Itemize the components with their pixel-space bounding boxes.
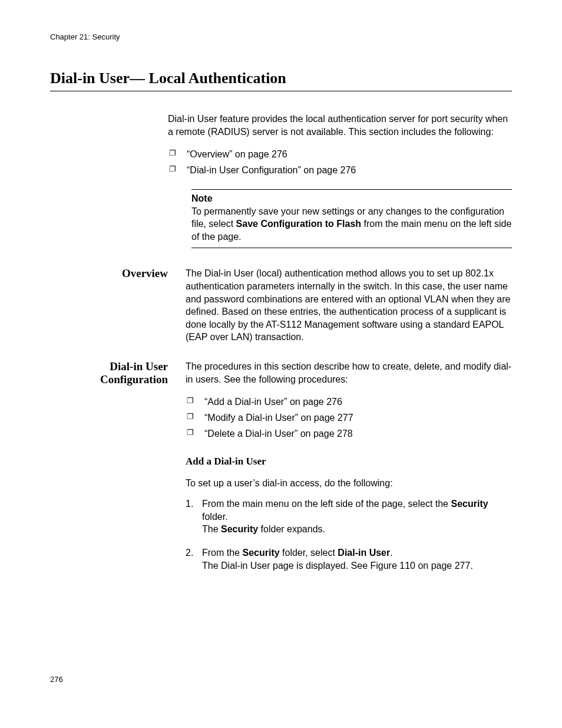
list-item: “Modify a Dial-in User” on page 277 [186, 410, 512, 426]
step-text: From the [202, 548, 242, 558]
step-text: folder expands. [258, 524, 325, 534]
step-text: folder, select [280, 548, 338, 558]
note-box: Note To permanently save your new settin… [191, 189, 512, 249]
list-item: “Delete a Dial-in User” on page 278 [186, 426, 512, 442]
step-bold: Security [221, 524, 258, 534]
step-bold: Dial-in User [338, 548, 390, 558]
section-heading-config: Dial-in User Configuration [50, 360, 186, 582]
section-heading-overview: Overview [50, 267, 186, 352]
step-text: From the main menu on the left side of t… [202, 499, 451, 509]
intro-paragraph: Dial-in User feature provides the local … [168, 113, 512, 138]
intro-bullet-list: “Overview” on page 276 “Dial-in User Con… [168, 146, 512, 178]
config-bullet-list: “Add a Dial-in User” on page 276 “Modify… [186, 394, 512, 442]
step-item: From the Security folder, select Dial-in… [186, 546, 512, 572]
step-bold: Security [451, 499, 488, 509]
page-title: Dial-in User— Local Authentication [50, 70, 512, 91]
note-label: Note [191, 193, 512, 204]
step-bold: Security [242, 548, 279, 558]
list-item: “Add a Dial-in User” on page 276 [186, 394, 512, 410]
sub-intro: To set up a user’s dial-in access, do th… [186, 477, 512, 490]
note-text: To permanently save your new settings or… [191, 205, 512, 243]
step-item: From the main menu on the left side of t… [186, 498, 512, 536]
list-item: “Dial-in User Configuration” on page 276 [168, 162, 512, 178]
list-item: “Overview” on page 276 [168, 146, 512, 162]
chapter-header: Chapter 21: Security [50, 32, 512, 41]
overview-text: The Dial-in User (local) authentication … [186, 267, 512, 344]
note-bold: Save Configuration to Flash [236, 219, 361, 229]
config-intro: The procedures in this section describe … [186, 360, 512, 386]
steps-list: From the main menu on the left side of t… [186, 498, 512, 572]
sub-heading-add-user: Add a Dial-in User [186, 455, 512, 469]
page-number: 276 [50, 675, 63, 684]
